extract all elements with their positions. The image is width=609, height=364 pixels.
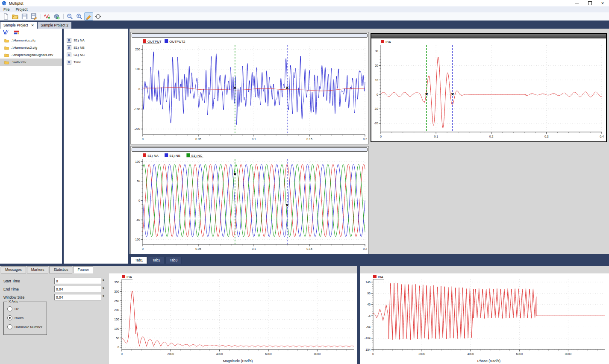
svg-text:S1) NA: S1) NA bbox=[147, 154, 159, 158]
svg-text:96: 96 bbox=[367, 292, 371, 295]
tab-messages[interactable]: Messages bbox=[1, 266, 26, 273]
svg-text:0.2: 0.2 bbox=[363, 138, 367, 141]
close-button[interactable]: ✕ bbox=[596, 0, 609, 6]
svg-text:-54: -54 bbox=[366, 326, 371, 329]
radio-rads-circle[interactable] bbox=[7, 315, 12, 320]
file-name: ..\Harmonics.cfg bbox=[11, 38, 35, 42]
svg-text:0.15: 0.15 bbox=[306, 247, 312, 250]
window-size-label: Window Size bbox=[3, 295, 24, 299]
range-selector[interactable] bbox=[132, 33, 368, 38]
new-plot-button[interactable] bbox=[1, 29, 10, 36]
radio-rads-label: Rad/s bbox=[15, 316, 24, 320]
zoom-out-button[interactable] bbox=[65, 12, 74, 21]
file-tree-item-3[interactable]: ..\chapter4digitalSignals.csv bbox=[0, 51, 62, 59]
svg-text:0: 0 bbox=[380, 135, 382, 138]
window-title: Multiplot bbox=[9, 1, 24, 6]
plot-window-scrollbar[interactable] bbox=[371, 34, 606, 38]
signal-item-4[interactable]: RTime bbox=[64, 59, 128, 66]
svg-text:100: 100 bbox=[114, 327, 119, 330]
svg-text:0.2: 0.2 bbox=[363, 247, 367, 250]
save-as-button[interactable] bbox=[29, 12, 38, 21]
magnitude-chart[interactable]: 02000400060008000350300250200150100500IB… bbox=[109, 273, 357, 364]
svg-text:200: 200 bbox=[114, 308, 119, 311]
three-phase-chart[interactable]: 00.050.10.150.2100500-50-100✕✕S1) NAS1) … bbox=[131, 152, 368, 254]
svg-text:0.4: 0.4 bbox=[600, 135, 604, 138]
svg-text:0.2: 0.2 bbox=[489, 135, 494, 138]
explorer-toolbar bbox=[0, 29, 63, 36]
file-tree-item-1[interactable]: ..\Harmonics.cfg bbox=[0, 37, 62, 44]
phase-chart[interactable]: 020004000600080001469646-4-54-104-154IBA… bbox=[360, 273, 609, 364]
svg-text:46: 46 bbox=[367, 303, 371, 306]
end-time-input[interactable] bbox=[54, 286, 101, 292]
crosshair-icon bbox=[95, 13, 101, 20]
svg-text:✕: ✕ bbox=[425, 92, 428, 97]
tab-fourier[interactable]: Fourier bbox=[73, 266, 93, 273]
iba-chart[interactable]: 00.10.20.30.43020100-10-20✕✕IBA bbox=[371, 38, 606, 141]
window-size-input[interactable] bbox=[54, 294, 101, 300]
signal-badge: R bbox=[67, 60, 71, 65]
svg-text:0.05: 0.05 bbox=[195, 247, 201, 250]
plot-tab-tab3[interactable]: Tab3 bbox=[165, 257, 182, 264]
project-tab-1[interactable]: Sample Project✕ bbox=[0, 22, 37, 29]
marker-pen-button[interactable] bbox=[84, 12, 93, 21]
file-tree-item-2[interactable]: ..\Harmonics2.cfg bbox=[0, 44, 62, 51]
menu-project[interactable]: Project bbox=[16, 7, 28, 12]
radio-hz[interactable]: Hz bbox=[7, 306, 19, 311]
start-time-input[interactable] bbox=[54, 278, 101, 284]
svg-text:-50: -50 bbox=[136, 218, 140, 221]
signal-curve-button[interactable] bbox=[43, 12, 52, 21]
zoom-in-button[interactable] bbox=[75, 12, 84, 21]
svg-text:50: 50 bbox=[116, 337, 119, 340]
svg-text:OUTPUT2: OUTPUT2 bbox=[169, 40, 185, 44]
radio-harmonic-label: Harmonic Number bbox=[15, 325, 42, 329]
svg-text:-104: -104 bbox=[365, 337, 371, 340]
dock-pane-divider[interactable] bbox=[357, 264, 360, 364]
signal-list-button[interactable] bbox=[12, 29, 21, 36]
svg-text:200: 200 bbox=[135, 48, 140, 51]
new-file-button[interactable] bbox=[1, 12, 10, 21]
svg-text:S1) NC: S1) NC bbox=[191, 154, 202, 158]
plot-window-iba: 00.10.20.30.43020100-10-20✕✕IBA bbox=[371, 33, 607, 142]
plot-tab-tab2[interactable]: Tab2 bbox=[148, 257, 164, 264]
output-chart[interactable]: 00.050.10.150.22001000-100-200✕✕OUTPUTOU… bbox=[131, 38, 368, 144]
svg-text:0.15: 0.15 bbox=[306, 138, 312, 141]
open-folder-button[interactable] bbox=[11, 12, 20, 21]
svg-text:-100: -100 bbox=[134, 108, 140, 111]
project-tab-2[interactable]: Sample Project 2 bbox=[38, 22, 71, 29]
signal-item-3[interactable]: RS1) NC bbox=[64, 51, 128, 59]
menu-file[interactable]: File bbox=[3, 7, 10, 12]
file-tree-item-4[interactable]: ..\wdiv.csv bbox=[0, 59, 62, 66]
signal-item-2[interactable]: RS1) NB bbox=[64, 44, 128, 51]
plot-tab-tab1[interactable]: Tab1 bbox=[131, 257, 147, 264]
save-button[interactable] bbox=[20, 12, 29, 21]
dataset-3d-button[interactable] bbox=[52, 12, 61, 21]
crosshair-button[interactable] bbox=[94, 12, 103, 21]
marker-pen-icon bbox=[85, 13, 92, 20]
restore-button[interactable] bbox=[583, 0, 596, 6]
svg-text:✕: ✕ bbox=[285, 203, 289, 208]
close-project-tab-icon[interactable]: ✕ bbox=[31, 23, 34, 27]
minimize-button[interactable] bbox=[571, 0, 583, 6]
radio-harmonic[interactable]: Harmonic Number bbox=[7, 324, 42, 329]
svg-text:6000: 6000 bbox=[516, 352, 523, 355]
tab-statistics[interactable]: Statistics bbox=[49, 266, 72, 273]
folder-icon bbox=[4, 53, 9, 57]
toolbar-separator bbox=[41, 14, 41, 19]
tab-markers[interactable]: Markers bbox=[27, 266, 49, 273]
multiplot-window: Multiplot ✕ FileProject Sample Project✕S… bbox=[0, 0, 609, 364]
start-time-label: Start Time bbox=[3, 279, 20, 283]
signal-badge: R bbox=[67, 45, 71, 50]
radio-rads[interactable]: Rad/s bbox=[7, 315, 24, 320]
radio-hz-circle[interactable] bbox=[7, 306, 12, 311]
range-selector[interactable] bbox=[132, 147, 368, 152]
signal-name: S1) NB bbox=[74, 46, 85, 50]
svg-text:0: 0 bbox=[138, 88, 140, 91]
end-time-unit: s bbox=[103, 286, 104, 290]
svg-text:250: 250 bbox=[114, 299, 119, 302]
radio-harmonic-circle[interactable] bbox=[7, 324, 12, 329]
svg-text:10: 10 bbox=[375, 79, 378, 82]
signal-item-1[interactable]: RS1) NA bbox=[64, 37, 128, 44]
svg-text:IBA: IBA bbox=[378, 275, 384, 279]
file-tree: ..\Harmonics.cfg..\Harmonics2.cfg..\chap… bbox=[0, 37, 62, 263]
folder-icon bbox=[4, 38, 9, 43]
